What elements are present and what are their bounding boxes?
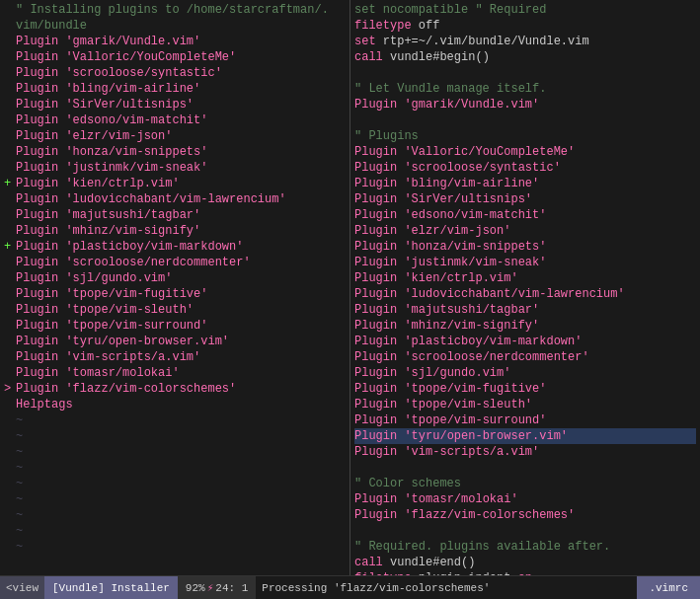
right-line-30: " Color schemes [354, 476, 696, 491]
left-line-13: Plugin 'majutsushi/tagbar' [4, 207, 346, 223]
right-line-14: Plugin 'elzr/vim-json' [354, 223, 696, 239]
left-line-25: Helptags [4, 397, 346, 412]
left-line-20: Plugin 'tpope/vim-surround' [4, 318, 346, 334]
left-line-23: Plugin 'tomasr/molokai' [4, 365, 346, 381]
right-line-9: Plugin 'Valloric/YouCompleteMe' [354, 144, 696, 160]
right-line-28: Plugin 'vim-scripts/a.vim' [354, 444, 696, 460]
status-view-label: <view [0, 576, 44, 599]
right-line-35: call vundle#end() [354, 555, 696, 570]
right-line-33 [354, 523, 696, 539]
right-line-24: Plugin 'tpope/vim-fugitive' [354, 381, 696, 397]
left-line-8: Plugin 'elzr/vim-json' [4, 128, 346, 144]
editor-panes: " Installing plugins to /home/starcraftm… [0, 0, 700, 575]
left-line-1: vim/bundle [4, 18, 346, 34]
left-code-area: " Installing plugins to /home/starcraftm… [4, 2, 346, 555]
right-line-17: Plugin 'kien/ctrlp.vim' [354, 270, 696, 286]
right-line-27: Plugin 'tyru/open-browser.vim' [354, 428, 696, 444]
right-line-8: " Plugins [354, 128, 696, 144]
left-line-4: Plugin 'scrooloose/syntastic' [4, 65, 346, 81]
right-line-11: Plugin 'bling/vim-airline' [354, 176, 696, 191]
left-line-34: ~ [4, 539, 346, 555]
left-line-22: Plugin 'vim-scripts/a.vim' [4, 349, 346, 365]
left-line-19: Plugin 'tpope/vim-sleuth' [4, 302, 346, 318]
left-line-31: ~ [4, 491, 346, 507]
left-line-24: >Plugin 'flazz/vim-colorschemes' [4, 381, 346, 397]
status-bar: <view [Vundle] Installer 92% ⚡ 24: 1 Pro… [0, 575, 700, 599]
left-line-10: Plugin 'justinmk/vim-sneak' [4, 160, 346, 176]
left-line-18: Plugin 'tpope/vim-fugitive' [4, 286, 346, 302]
right-line-21: Plugin 'plasticboy/vim-markdown' [354, 334, 696, 349]
right-line-0: set nocompatible " Required [354, 2, 696, 18]
right-line-10: Plugin 'scrooloose/syntastic' [354, 160, 696, 176]
left-line-32: ~ [4, 507, 346, 523]
left-line-9: Plugin 'honza/vim-snippets' [4, 144, 346, 160]
left-line-27: ~ [4, 428, 346, 444]
left-line-15: +Plugin 'plasticboy/vim-markdown' [4, 239, 346, 255]
right-line-32: Plugin 'flazz/vim-colorschemes' [354, 507, 696, 523]
right-pane: set nocompatible " Requiredfiletype offs… [350, 0, 700, 575]
status-vundle-label: [Vundle] Installer [44, 576, 178, 599]
processing-text: Processing 'flazz/vim-colorschemes' [256, 582, 496, 594]
left-line-26: ~ [4, 412, 346, 428]
left-line-0: " Installing plugins to /home/starcraftm… [4, 2, 346, 18]
left-line-3: Plugin 'Valloric/YouCompleteMe' [4, 49, 346, 65]
left-line-5: Plugin 'bling/vim-airline' [4, 81, 346, 97]
right-line-16: Plugin 'justinmk/vim-sneak' [354, 255, 696, 270]
right-line-22: Plugin 'scrooloose/nerdcommenter' [354, 349, 696, 365]
right-line-12: Plugin 'SirVer/ultisnips' [354, 191, 696, 207]
left-line-17: Plugin 'sjl/gundo.vim' [4, 270, 346, 286]
right-code-area: set nocompatible " Requiredfiletype offs… [354, 2, 696, 575]
right-line-1: filetype off [354, 18, 696, 34]
right-line-5: " Let Vundle manage itself. [354, 81, 696, 97]
right-line-3: call vundle#begin() [354, 49, 696, 65]
left-line-12: Plugin 'ludovicchabant/vim-lawrencium' [4, 191, 346, 207]
left-line-14: Plugin 'mhinz/vim-signify' [4, 223, 346, 239]
left-line-28: ~ [4, 444, 346, 460]
right-line-18: Plugin 'ludovicchabant/vim-lawrencium' [354, 286, 696, 302]
left-line-33: ~ [4, 523, 346, 539]
status-percent: 92% ⚡ 24: 1 [178, 576, 256, 599]
right-line-31: Plugin 'tomasr/molokai' [354, 491, 696, 507]
status-right: .vimrc [637, 576, 700, 599]
left-line-16: Plugin 'scrooloose/nerdcommenter' [4, 255, 346, 270]
status-filename: .vimrc [637, 576, 700, 599]
right-line-13: Plugin 'edsono/vim-matchit' [354, 207, 696, 223]
right-line-4 [354, 65, 696, 81]
left-line-6: Plugin 'SirVer/ultisnips' [4, 97, 346, 112]
right-line-7 [354, 112, 696, 128]
left-line-2: Plugin 'gmarik/Vundle.vim' [4, 34, 346, 49]
status-left: <view [Vundle] Installer 92% ⚡ 24: 1 Pro… [0, 576, 496, 599]
left-line-21: Plugin 'tyru/open-browser.vim' [4, 334, 346, 349]
editor-container: " Installing plugins to /home/starcraftm… [0, 0, 700, 599]
right-line-29 [354, 460, 696, 476]
right-line-2: set rtp+=~/.vim/bundle/Vundle.vim [354, 34, 696, 49]
left-line-11: +Plugin 'kien/ctrlp.vim' [4, 176, 346, 191]
right-line-26: Plugin 'tpope/vim-surround' [354, 412, 696, 428]
right-line-36: filetype plugin indent on [354, 570, 696, 575]
left-pane: " Installing plugins to /home/starcraftm… [0, 0, 350, 575]
percent-text: 92% [186, 582, 205, 594]
left-line-7: Plugin 'edsono/vim-matchit' [4, 112, 346, 128]
right-line-6: Plugin 'gmarik/Vundle.vim' [354, 97, 696, 112]
line-col-text: 24: 1 [215, 582, 248, 594]
left-line-29: ~ [4, 460, 346, 476]
right-line-15: Plugin 'honza/vim-snippets' [354, 239, 696, 255]
right-line-23: Plugin 'sjl/gundo.vim' [354, 365, 696, 381]
lightning-icon: ⚡ [207, 581, 214, 594]
right-line-34: " Required. plugins available after. [354, 539, 696, 555]
left-line-30: ~ [4, 476, 346, 491]
right-line-25: Plugin 'tpope/vim-sleuth' [354, 397, 696, 412]
right-line-19: Plugin 'majutsushi/tagbar' [354, 302, 696, 318]
right-line-20: Plugin 'mhinz/vim-signify' [354, 318, 696, 334]
